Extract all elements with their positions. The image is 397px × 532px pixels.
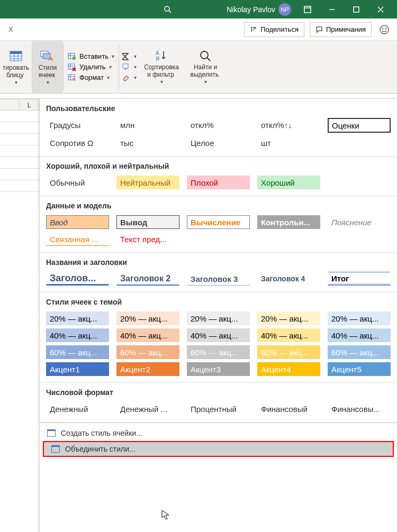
style-heading1[interactable]: Заголов... <box>46 272 109 286</box>
tell-me-search[interactable] <box>163 5 173 14</box>
user-avatar[interactable]: NP <box>278 3 291 16</box>
search-icon <box>198 49 212 63</box>
cell-styles-button[interactable]: Стили ячеек ▾ <box>32 41 63 93</box>
maximize-button[interactable] <box>344 0 368 19</box>
cell-styles-icon <box>40 49 56 63</box>
style-accent[interactable]: 20% — акц... <box>257 311 320 325</box>
style-item[interactable]: тыс <box>116 136 179 150</box>
style-input[interactable]: Ввод <box>46 215 109 229</box>
style-accent[interactable]: 20% — акц... <box>187 311 250 325</box>
title-bar: Nikolay Pavlov NP <box>0 0 397 19</box>
style-normal[interactable]: Обычный <box>46 176 109 189</box>
style-accent[interactable]: 40% — акц... <box>46 328 109 342</box>
style-good[interactable]: Хороший <box>257 176 320 189</box>
style-financial2[interactable]: Финансовы... <box>328 402 391 416</box>
svg-point-8 <box>380 25 389 34</box>
sort-filter-button[interactable]: АЯ Сортировка и фильтр ▾ <box>139 41 184 93</box>
style-accent[interactable]: 60% — акц... <box>46 345 109 359</box>
style-accent[interactable]: Акцент2 <box>116 362 179 376</box>
style-accent[interactable]: 20% — акц... <box>46 311 109 325</box>
style-neutral[interactable]: Нейтральный <box>116 176 179 189</box>
close-button[interactable] <box>368 0 393 19</box>
comments-button[interactable]: Примечания <box>310 22 372 37</box>
style-accent[interactable]: Акцент5 <box>328 362 391 376</box>
share-button[interactable]: Поделиться <box>244 22 304 37</box>
chevron-down-icon: ▾ <box>47 79 49 85</box>
style-bad[interactable]: Плохой <box>187 176 250 189</box>
style-total[interactable]: Итог <box>328 272 391 286</box>
style-item[interactable]: Целое <box>187 136 250 150</box>
formula-bar[interactable] <box>0 94 397 99</box>
svg-rect-5 <box>354 7 359 12</box>
delete-cells-button[interactable]: Удалить▾ <box>68 63 114 71</box>
clear-button[interactable]: ▾ <box>121 74 137 82</box>
style-accent[interactable]: 40% — акц... <box>116 328 179 342</box>
style-heading4[interactable]: Заголовок 4 <box>257 272 320 286</box>
ribbon: тировать блицу ▾ Стили ячеек ▾ Вставить▾… <box>0 41 397 94</box>
svg-point-9 <box>382 28 383 29</box>
style-output[interactable]: Вывод <box>116 215 179 229</box>
style-calculation[interactable]: Вычисление <box>187 215 250 229</box>
style-accent[interactable]: 40% — акц... <box>328 328 391 342</box>
table-icon <box>8 49 23 63</box>
style-heading3[interactable]: Заголовок 3 <box>187 272 250 286</box>
style-currency[interactable]: Денежный <box>46 402 109 416</box>
style-item[interactable]: Сопротив Ω <box>46 136 109 150</box>
style-currency0[interactable]: Денежный ... <box>116 402 179 416</box>
style-heading2[interactable]: Заголовок 2 <box>116 272 179 286</box>
editing-group1: ▾ ▾ ▾ <box>119 41 139 93</box>
minimize-button[interactable] <box>320 0 344 19</box>
svg-point-0 <box>165 6 169 11</box>
style-percent[interactable]: Процентный <box>187 402 250 416</box>
style-accent[interactable]: Акцент1 <box>46 362 109 376</box>
ribbon-display-options-button[interactable] <box>295 0 320 19</box>
new-cell-style-item[interactable]: Создать стиль ячейки... <box>40 426 397 440</box>
section-headings: Названия и заголовки <box>40 253 397 270</box>
cell-styles-gallery: Пользовательские Градусы млн откл% откл%… <box>39 99 397 532</box>
style-accent[interactable]: 60% — акц... <box>187 345 250 359</box>
find-select-button[interactable]: Найти и выделить ▾ <box>184 41 227 93</box>
column-headers[interactable]: L <box>0 99 39 111</box>
style-search-input[interactable]: Оценки <box>328 118 391 133</box>
style-accent[interactable]: 40% — акц... <box>257 328 320 342</box>
style-warning[interactable]: Текст пред... <box>116 232 179 246</box>
style-accent[interactable]: 20% — акц... <box>116 311 179 325</box>
merge-styles-item[interactable]: Объединить стили... <box>43 441 394 457</box>
format-cells-button[interactable]: Формат▾ <box>68 74 114 82</box>
format-as-table-button[interactable]: тировать блицу ▾ <box>0 41 32 93</box>
style-accent[interactable]: Акцент4 <box>257 362 320 376</box>
gallery-menu: Создать стиль ячейки... Объединить стили… <box>40 423 397 461</box>
style-item[interactable]: шт <box>257 136 320 150</box>
feedback-button[interactable] <box>377 22 392 37</box>
style-linked[interactable]: Связанная ... <box>46 232 109 246</box>
fill-button[interactable]: ▾ <box>121 63 137 71</box>
sort-icon: АЯ <box>155 49 168 63</box>
collab-bar: X Поделиться Примечания <box>0 19 397 41</box>
style-accent[interactable]: Акцент3 <box>187 362 250 376</box>
style-item[interactable]: Градусы <box>46 118 109 132</box>
svg-line-35 <box>207 58 210 61</box>
style-accent[interactable]: 20% — акц... <box>328 311 391 325</box>
style-accent[interactable]: 40% — акц... <box>187 328 250 342</box>
worksheet-grid[interactable]: L <box>0 99 39 532</box>
user-name: Nikolay Pavlov <box>227 5 275 14</box>
svg-rect-31 <box>123 64 128 68</box>
style-financial[interactable]: Финансовый <box>257 402 320 416</box>
style-item[interactable]: откл%↑↓ <box>257 118 320 132</box>
style-item[interactable]: откл% <box>187 118 250 132</box>
new-style-icon <box>47 429 56 437</box>
style-check[interactable]: Контрольн... <box>257 215 320 229</box>
style-accent[interactable]: 60% — акц... <box>257 345 320 359</box>
style-accent[interactable]: 60% — акц... <box>116 345 179 359</box>
autosum-button[interactable]: ▾ <box>121 52 137 61</box>
style-explanatory[interactable]: Пояснение <box>328 215 391 229</box>
style-accent[interactable]: 60% — акц... <box>328 345 391 359</box>
section-custom: Пользовательские <box>40 99 397 116</box>
svg-point-34 <box>201 51 208 59</box>
format-as-table-label: тировать блицу <box>3 65 29 79</box>
svg-rect-22 <box>73 57 76 60</box>
style-item[interactable]: млн <box>116 118 179 132</box>
cells-group: Вставить▾ Удалить▾ Формат▾ <box>64 41 119 93</box>
cell-styles-label: Стили ячеек <box>39 65 57 79</box>
insert-cells-button[interactable]: Вставить▾ <box>68 52 114 61</box>
